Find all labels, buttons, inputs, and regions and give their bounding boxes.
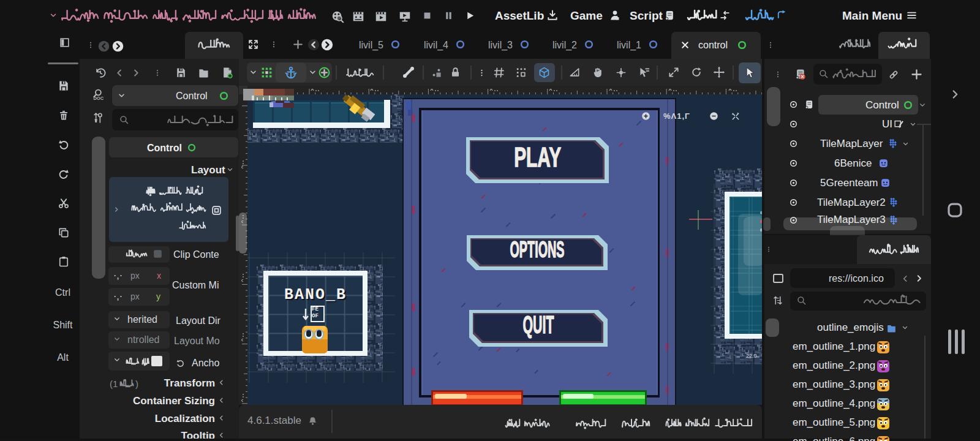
- svg-text:DOC: DOC: [94, 96, 104, 101]
